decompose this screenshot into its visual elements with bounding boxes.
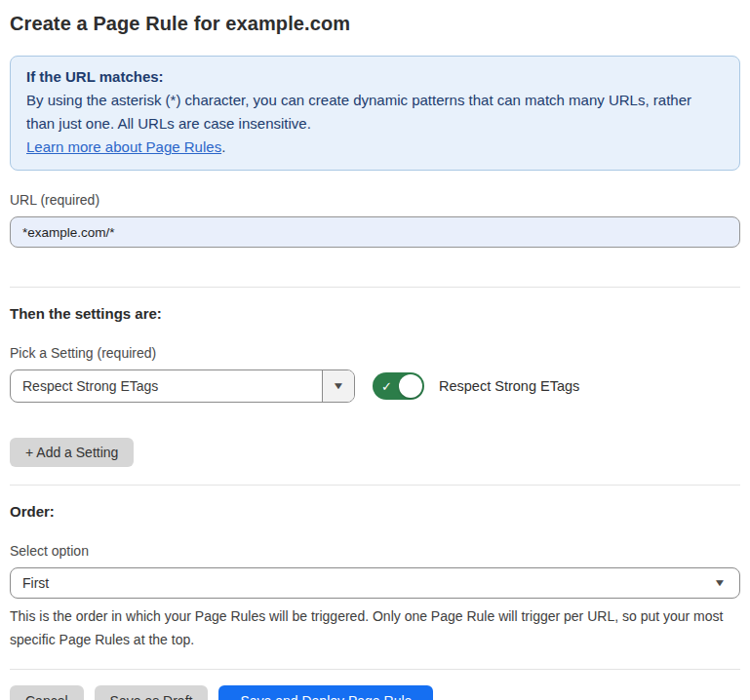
url-input[interactable] <box>10 216 740 248</box>
save-draft-button[interactable]: Save as Draft <box>95 685 209 700</box>
order-section-heading: Order: <box>10 502 740 522</box>
setting-row: Respect Strong ETags ▼ ✓ Respect Strong … <box>10 369 740 403</box>
order-help-text: This is the order in which your Page Rul… <box>10 604 740 651</box>
create-page-rule-form: Create a Page Rule for example.com If th… <box>0 0 750 700</box>
toggle-knob <box>399 374 422 398</box>
divider-footer <box>10 669 740 670</box>
order-select-value: First <box>22 575 49 591</box>
chevron-down-icon: ▼ <box>332 381 344 391</box>
setting-picker-label: Pick a Setting (required) <box>10 344 740 362</box>
check-icon: ✓ <box>381 380 392 393</box>
info-box-link-line: Learn more about Page Rules. <box>26 136 724 159</box>
save-deploy-button[interactable]: Save and Deploy Page Rule <box>218 685 433 700</box>
learn-more-link[interactable]: Learn more about Page Rules <box>26 138 221 155</box>
setting-toggle[interactable]: ✓ <box>373 372 424 400</box>
setting-select[interactable]: Respect Strong ETags ▼ <box>10 369 355 403</box>
add-setting-button[interactable]: + Add a Setting <box>10 438 134 467</box>
setting-select-value: Respect Strong ETags <box>11 370 322 402</box>
chevron-down-icon: ▼ <box>713 578 726 588</box>
url-field-label: URL (required) <box>10 191 740 209</box>
info-box-body: By using the asterisk (*) character, you… <box>26 89 724 136</box>
order-select[interactable]: First ▼ <box>10 567 740 599</box>
divider-settings-order <box>10 485 740 486</box>
divider-url-settings <box>10 287 740 288</box>
page-title: Create a Page Rule for example.com <box>10 10 740 37</box>
settings-section-heading: Then the settings are: <box>10 304 740 324</box>
url-match-info-box: If the URL matches: By using the asteris… <box>10 56 740 171</box>
info-box-heading: If the URL matches: <box>26 65 724 89</box>
footer-buttons: Cancel Save as Draft Save and Deploy Pag… <box>10 685 740 700</box>
link-suffix: . <box>221 138 225 155</box>
order-select-label: Select option <box>10 542 740 560</box>
cancel-button[interactable]: Cancel <box>10 685 84 700</box>
setting-select-arrow-button[interactable]: ▼ <box>322 370 354 402</box>
setting-toggle-label: Respect Strong ETags <box>439 378 579 394</box>
